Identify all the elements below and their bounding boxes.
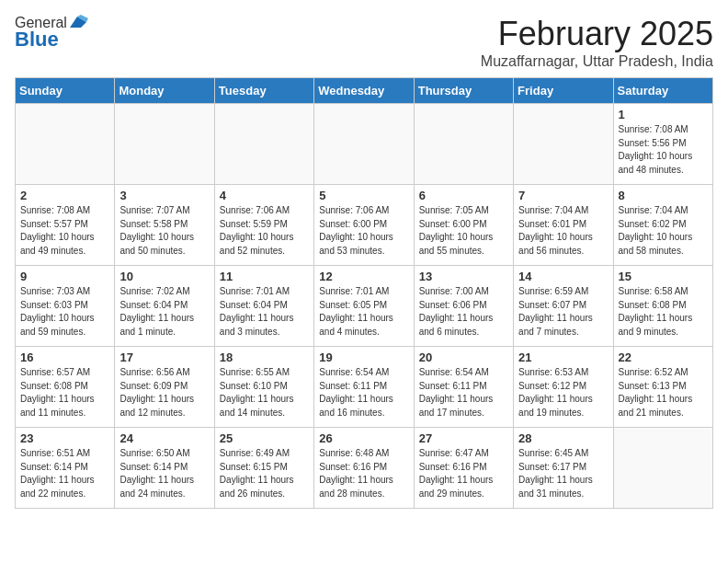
day-info: Sunrise: 7:08 AM Sunset: 5:57 PM Dayligh…: [20, 204, 109, 258]
calendar-week-row: 9Sunrise: 7:03 AM Sunset: 6:03 PM Daylig…: [16, 266, 713, 347]
logo-blue-text: Blue: [15, 28, 59, 52]
day-info: Sunrise: 7:02 AM Sunset: 6:04 PM Dayligh…: [119, 285, 209, 339]
calendar-cell: [214, 104, 313, 185]
calendar-cell: 8Sunrise: 7:04 AM Sunset: 6:02 PM Daylig…: [613, 185, 712, 266]
day-info: Sunrise: 6:58 AM Sunset: 6:08 PM Dayligh…: [619, 285, 708, 339]
calendar-cell: 4Sunrise: 7:06 AM Sunset: 5:59 PM Daylig…: [214, 185, 313, 266]
day-number: 1: [619, 108, 708, 121]
day-info: Sunrise: 7:04 AM Sunset: 6:01 PM Dayligh…: [518, 204, 608, 258]
calendar-table: SundayMondayTuesdayWednesdayThursdayFrid…: [15, 77, 713, 509]
calendar-cell: 13Sunrise: 7:00 AM Sunset: 6:06 PM Dayli…: [414, 266, 513, 347]
month-title: February 2025: [481, 15, 713, 53]
day-number: 21: [518, 350, 608, 364]
day-number: 2: [20, 189, 109, 202]
calendar-cell: 3Sunrise: 7:07 AM Sunset: 5:58 PM Daylig…: [115, 185, 214, 266]
calendar-cell: 16Sunrise: 6:57 AM Sunset: 6:08 PM Dayli…: [16, 347, 115, 428]
calendar-cell: 18Sunrise: 6:55 AM Sunset: 6:10 PM Dayli…: [214, 347, 313, 428]
calendar-cell: 26Sunrise: 6:48 AM Sunset: 6:16 PM Dayli…: [314, 428, 414, 509]
day-info: Sunrise: 7:06 AM Sunset: 5:59 PM Dayligh…: [220, 204, 309, 258]
day-info: Sunrise: 6:53 AM Sunset: 6:12 PM Dayligh…: [518, 366, 608, 419]
calendar-cell: [115, 104, 214, 185]
location-title: Muzaffarnagar, Uttar Pradesh, India: [481, 53, 713, 70]
day-info: Sunrise: 6:48 AM Sunset: 6:16 PM Dayligh…: [319, 447, 408, 500]
calendar-cell: [16, 104, 115, 185]
day-info: Sunrise: 6:59 AM Sunset: 6:07 PM Dayligh…: [518, 285, 608, 339]
calendar-week-row: 1Sunrise: 7:08 AM Sunset: 5:56 PM Daylig…: [16, 104, 713, 185]
day-number: 11: [220, 270, 309, 283]
day-number: 22: [619, 350, 708, 364]
day-info: Sunrise: 6:55 AM Sunset: 6:10 PM Dayligh…: [220, 366, 309, 419]
day-info: Sunrise: 7:05 AM Sunset: 6:00 PM Dayligh…: [419, 204, 508, 258]
weekday-header-row: SundayMondayTuesdayWednesdayThursdayFrid…: [16, 78, 713, 104]
day-number: 28: [518, 431, 608, 445]
weekday-header-friday: Friday: [514, 78, 613, 104]
calendar-week-row: 2Sunrise: 7:08 AM Sunset: 5:57 PM Daylig…: [16, 185, 713, 266]
calendar-cell: 9Sunrise: 7:03 AM Sunset: 6:03 PM Daylig…: [16, 266, 115, 347]
day-number: 10: [119, 270, 209, 283]
calendar-cell: [613, 428, 712, 509]
day-info: Sunrise: 6:54 AM Sunset: 6:11 PM Dayligh…: [419, 366, 508, 419]
calendar-cell: 6Sunrise: 7:05 AM Sunset: 6:00 PM Daylig…: [414, 185, 513, 266]
day-info: Sunrise: 6:57 AM Sunset: 6:08 PM Dayligh…: [20, 366, 109, 419]
calendar-cell: 21Sunrise: 6:53 AM Sunset: 6:12 PM Dayli…: [514, 347, 613, 428]
weekday-header-tuesday: Tuesday: [214, 78, 313, 104]
day-info: Sunrise: 6:54 AM Sunset: 6:11 PM Dayligh…: [319, 366, 408, 419]
calendar-cell: 14Sunrise: 6:59 AM Sunset: 6:07 PM Dayli…: [514, 266, 613, 347]
calendar-cell: 11Sunrise: 7:01 AM Sunset: 6:04 PM Dayli…: [214, 266, 313, 347]
calendar-week-row: 16Sunrise: 6:57 AM Sunset: 6:08 PM Dayli…: [16, 347, 713, 428]
title-block: February 2025 Muzaffarnagar, Uttar Prade…: [481, 15, 713, 70]
calendar-cell: 12Sunrise: 7:01 AM Sunset: 6:05 PM Dayli…: [314, 266, 414, 347]
day-number: 20: [419, 350, 508, 364]
day-number: 18: [220, 350, 309, 364]
weekday-header-thursday: Thursday: [414, 78, 513, 104]
calendar-cell: 7Sunrise: 7:04 AM Sunset: 6:01 PM Daylig…: [514, 185, 613, 266]
day-info: Sunrise: 7:04 AM Sunset: 6:02 PM Dayligh…: [619, 204, 708, 258]
weekday-header-sunday: Sunday: [16, 78, 115, 104]
day-info: Sunrise: 6:47 AM Sunset: 6:16 PM Dayligh…: [419, 447, 508, 500]
calendar-cell: 27Sunrise: 6:47 AM Sunset: 6:16 PM Dayli…: [414, 428, 513, 509]
day-number: 4: [220, 189, 309, 202]
day-number: 7: [518, 189, 608, 202]
calendar-cell: 20Sunrise: 6:54 AM Sunset: 6:11 PM Dayli…: [414, 347, 513, 428]
day-number: 26: [319, 431, 408, 445]
calendar-cell: [414, 104, 513, 185]
day-number: 16: [20, 350, 109, 364]
logo-icon: [68, 15, 88, 29]
calendar-cell: [514, 104, 613, 185]
weekday-header-saturday: Saturday: [613, 78, 712, 104]
calendar-cell: 19Sunrise: 6:54 AM Sunset: 6:11 PM Dayli…: [314, 347, 414, 428]
calendar-cell: 25Sunrise: 6:49 AM Sunset: 6:15 PM Dayli…: [214, 428, 313, 509]
day-info: Sunrise: 6:45 AM Sunset: 6:17 PM Dayligh…: [518, 447, 608, 500]
day-number: 15: [619, 270, 708, 283]
day-number: 23: [20, 431, 109, 445]
day-info: Sunrise: 7:01 AM Sunset: 6:05 PM Dayligh…: [319, 285, 408, 339]
day-number: 27: [419, 431, 508, 445]
day-info: Sunrise: 7:06 AM Sunset: 6:00 PM Dayligh…: [319, 204, 408, 258]
calendar-cell: 24Sunrise: 6:50 AM Sunset: 6:14 PM Dayli…: [115, 428, 214, 509]
day-number: 9: [20, 270, 109, 283]
day-info: Sunrise: 6:52 AM Sunset: 6:13 PM Dayligh…: [619, 366, 708, 419]
day-info: Sunrise: 6:49 AM Sunset: 6:15 PM Dayligh…: [220, 447, 309, 500]
calendar-cell: 22Sunrise: 6:52 AM Sunset: 6:13 PM Dayli…: [613, 347, 712, 428]
calendar-cell: 17Sunrise: 6:56 AM Sunset: 6:09 PM Dayli…: [115, 347, 214, 428]
calendar-cell: 10Sunrise: 7:02 AM Sunset: 6:04 PM Dayli…: [115, 266, 214, 347]
day-number: 14: [518, 270, 608, 283]
calendar-cell: 5Sunrise: 7:06 AM Sunset: 6:00 PM Daylig…: [314, 185, 414, 266]
day-number: 3: [119, 189, 209, 202]
day-number: 19: [319, 350, 408, 364]
calendar-cell: 23Sunrise: 6:51 AM Sunset: 6:14 PM Dayli…: [16, 428, 115, 509]
day-number: 25: [220, 431, 309, 445]
day-number: 5: [319, 189, 408, 202]
day-number: 13: [419, 270, 508, 283]
weekday-header-monday: Monday: [115, 78, 214, 104]
calendar-cell: [314, 104, 414, 185]
page-header: General Blue February 2025 Muzaffarnagar…: [15, 15, 713, 70]
day-info: Sunrise: 7:07 AM Sunset: 5:58 PM Dayligh…: [119, 204, 209, 258]
day-info: Sunrise: 7:08 AM Sunset: 5:56 PM Dayligh…: [619, 123, 708, 177]
day-number: 8: [619, 189, 708, 202]
calendar-week-row: 23Sunrise: 6:51 AM Sunset: 6:14 PM Dayli…: [16, 428, 713, 509]
calendar-cell: 28Sunrise: 6:45 AM Sunset: 6:17 PM Dayli…: [514, 428, 613, 509]
day-number: 24: [119, 431, 209, 445]
logo: General Blue: [15, 15, 88, 52]
day-number: 17: [119, 350, 209, 364]
